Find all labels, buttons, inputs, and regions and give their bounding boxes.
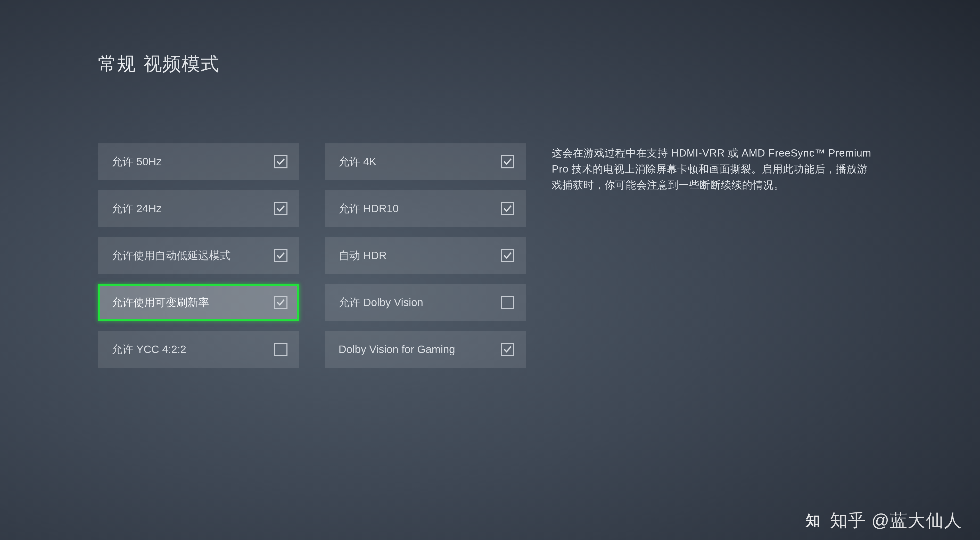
option-label: 允许 50Hz: [111, 155, 274, 169]
title-secondary: 视频模式: [143, 52, 220, 76]
checkbox-icon: [501, 249, 514, 262]
option-label: 允许 Dolby Vision: [339, 295, 501, 310]
watermark-text: 知乎 @蓝大仙人: [830, 509, 962, 532]
option-allow-hdr10[interactable]: 允许 HDR10: [325, 190, 526, 227]
option-allow-vrr[interactable]: 允许使用可变刷新率: [98, 284, 299, 321]
options-column-1: 允许 50Hz允许 24Hz允许使用自动低延迟模式允许使用可变刷新率允许 YCC…: [98, 143, 299, 368]
option-label: Dolby Vision for Gaming: [339, 343, 501, 355]
option-label: 允许使用自动低延迟模式: [111, 248, 274, 263]
option-allow-ycc422[interactable]: 允许 YCC 4:2:2: [98, 331, 299, 368]
checkbox-icon: [274, 249, 288, 262]
checkbox-icon: [501, 202, 514, 215]
option-dv-gaming[interactable]: Dolby Vision for Gaming: [325, 331, 526, 368]
option-allow-50hz[interactable]: 允许 50Hz: [98, 143, 299, 180]
checkbox-icon: [274, 202, 288, 215]
option-label: 自动 HDR: [339, 248, 501, 263]
option-allow-4k[interactable]: 允许 4K: [325, 143, 526, 180]
checkbox-icon: [274, 296, 288, 309]
watermark: 知 知乎 @蓝大仙人: [803, 509, 962, 532]
option-label: 允许 YCC 4:2:2: [111, 342, 274, 357]
option-description: 这会在游戏过程中在支持 HDMI-VRR 或 AMD FreeSync™ Pre…: [552, 143, 874, 193]
checkbox-icon: [501, 296, 514, 309]
option-label: 允许使用可变刷新率: [111, 295, 274, 310]
option-allow-allm[interactable]: 允许使用自动低延迟模式: [98, 237, 299, 274]
option-allow-24hz[interactable]: 允许 24Hz: [98, 190, 299, 227]
title-primary: 常规: [98, 52, 136, 76]
option-label: 允许 4K: [339, 155, 501, 169]
page-title: 常规 视频模式: [98, 52, 947, 76]
option-label: 允许 24Hz: [111, 201, 274, 216]
option-allow-dolbyvision[interactable]: 允许 Dolby Vision: [325, 284, 526, 321]
option-auto-hdr[interactable]: 自动 HDR: [325, 237, 526, 274]
checkbox-icon: [501, 343, 514, 356]
checkbox-icon: [274, 155, 288, 169]
option-label: 允许 HDR10: [339, 201, 501, 216]
zhihu-logo-icon: 知: [803, 511, 823, 531]
checkbox-icon: [274, 343, 288, 356]
options-column-2: 允许 4K允许 HDR10自动 HDR允许 Dolby VisionDolby …: [325, 143, 526, 368]
checkbox-icon: [501, 155, 514, 169]
